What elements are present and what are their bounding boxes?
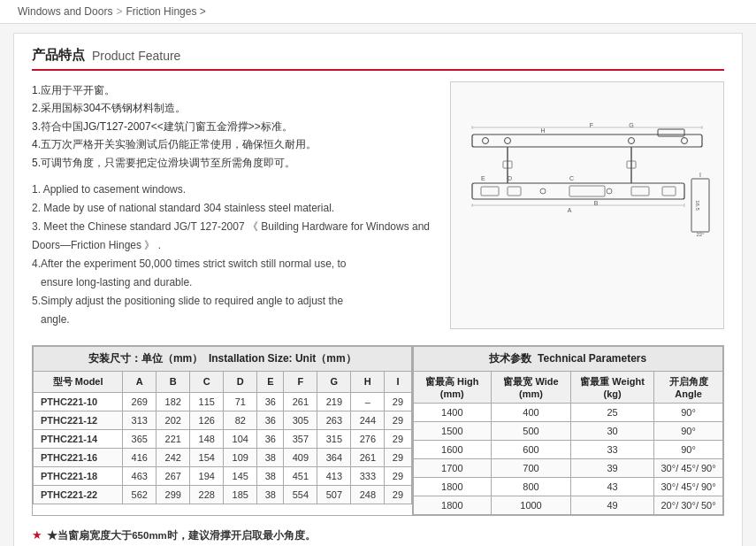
table-row: 14004002590° <box>413 403 722 421</box>
data-cell: 600 <box>492 440 571 458</box>
col-c: C <box>190 371 224 392</box>
data-cell: 90° <box>654 403 723 421</box>
data-cell: 315 <box>317 429 351 448</box>
data-cell: 221 <box>157 429 190 448</box>
star-icon: ★ <box>32 528 42 542</box>
data-cell: 115 <box>190 392 224 411</box>
data-cell: 25 <box>571 403 654 421</box>
table-row: PTHC221-143652211481043635731527629 <box>34 429 412 448</box>
installation-header: 安装尺寸：单位（mm） Installation Size: Unit（mm） <box>34 346 412 371</box>
data-cell: 365 <box>123 429 157 448</box>
col-h: H <box>351 371 385 392</box>
data-cell: 182 <box>157 392 190 411</box>
data-cell: 29 <box>385 485 411 504</box>
col-b: B <box>157 371 190 392</box>
section-title: 产品特点 Product Feature <box>32 47 724 71</box>
feature-en-4: 4.After the experiment 50,000 times stri… <box>32 255 432 292</box>
data-cell: 29 <box>385 429 411 448</box>
data-cell: 154 <box>190 448 224 466</box>
feature-en-5: 5.Simply adjust the positioning slide to… <box>32 292 432 329</box>
data-cell: 244 <box>351 411 385 429</box>
svg-text:A: A <box>568 207 572 213</box>
data-cell: 1800 <box>413 477 491 496</box>
col-high: 窗最高 High (mm) <box>413 371 491 403</box>
col-a: A <box>123 371 157 392</box>
data-cell: 39 <box>571 458 654 477</box>
technical-col-header: 窗最高 High (mm) 窗最宽 Wide (mm) 窗最重 Weight (… <box>413 371 722 403</box>
data-cell: 507 <box>317 485 351 504</box>
data-cell: 269 <box>123 392 157 411</box>
model-cell: PTHC221-12 <box>34 411 123 429</box>
col-e: E <box>257 371 284 392</box>
data-cell: 20°/ 30°/ 50° <box>654 496 723 514</box>
feature-diagram: F G H E D C <box>450 81 724 329</box>
data-cell: 463 <box>123 466 157 485</box>
data-cell: 261 <box>351 448 385 466</box>
feature-zh-3: 3.符合中国JG/T127-2007<<建筑门窗五金滑撑>>标准。 <box>32 118 432 135</box>
data-cell: 29 <box>385 411 411 429</box>
feature-zh-list: 1.应用于平开窗。 2.采用国标304不锈钢材料制造。 3.符合中国JG/T12… <box>32 81 432 172</box>
data-cell: 90° <box>654 421 723 440</box>
main-content: 产品特点 Product Feature 1.应用于平开窗。 2.采用国标304… <box>13 33 743 546</box>
breadcrumb-home[interactable]: Windows and Doors <box>18 5 112 18</box>
model-cell: PTHC221-16 <box>34 448 123 466</box>
model-cell: PTHC221-14 <box>34 429 123 448</box>
data-cell: 36 <box>257 392 284 411</box>
data-cell: 299 <box>157 485 190 504</box>
svg-point-3 <box>629 137 635 143</box>
data-cell: 800 <box>492 477 571 496</box>
data-cell: 1500 <box>413 421 491 440</box>
data-cell: 1000 <box>492 496 571 514</box>
installation-col-header: 型号 Model A B C D E F G H I <box>34 371 412 392</box>
model-cell: PTHC221-10 <box>34 392 123 411</box>
feature-zh-5: 5.可调节角度，只需要把定位滑块调节至所需角度即可。 <box>32 154 432 172</box>
svg-rect-14 <box>508 187 521 196</box>
table-row: PTHC221-12313202126823630526324429 <box>34 411 412 429</box>
table-row: 15005003090° <box>413 421 722 440</box>
data-cell: 185 <box>224 485 257 504</box>
svg-point-19 <box>607 188 612 194</box>
data-cell: 261 <box>284 392 317 411</box>
col-f: F <box>284 371 317 392</box>
data-cell: 104 <box>224 429 257 448</box>
data-cell: 1800 <box>413 496 491 514</box>
data-cell: 305 <box>284 411 317 429</box>
model-cell: PTHC221-22 <box>34 485 123 504</box>
installation-table: 安装尺寸：单位（mm） Installation Size: Unit（mm） … <box>33 346 413 515</box>
data-cell: – <box>351 392 385 411</box>
data-cell: 562 <box>123 485 157 504</box>
data-cell: 400 <box>492 403 571 421</box>
data-cell: 38 <box>257 485 284 504</box>
data-cell: 90° <box>654 440 723 458</box>
svg-text:C: C <box>569 175 574 181</box>
data-cell: 228 <box>190 485 224 504</box>
data-cell: 276 <box>351 429 385 448</box>
data-cell: 202 <box>157 411 190 429</box>
data-cell: 148 <box>190 429 224 448</box>
svg-rect-17 <box>662 187 676 196</box>
table-row: 17007003930°/ 45°/ 90° <box>413 458 722 477</box>
data-cell: 364 <box>317 448 351 466</box>
feature-text: 1.应用于平开窗。 2.采用国标304不锈钢材料制造。 3.符合中国JG/T12… <box>32 81 432 329</box>
col-g: G <box>317 371 351 392</box>
data-cell: 263 <box>317 411 351 429</box>
svg-text:I: I <box>699 172 701 178</box>
data-cell: 30°/ 45°/ 90° <box>654 458 723 477</box>
section-title-en: Product Feature <box>92 49 180 63</box>
svg-rect-13 <box>481 187 499 196</box>
data-cell: 416 <box>123 448 157 466</box>
svg-text:E: E <box>481 175 485 181</box>
data-cell: 333 <box>351 466 385 485</box>
col-weight: 窗最重 Weight (kg) <box>571 371 654 403</box>
data-cell: 413 <box>317 466 351 485</box>
data-cell: 145 <box>224 466 257 485</box>
svg-rect-15 <box>569 186 605 196</box>
data-cell: 126 <box>190 411 224 429</box>
breadcrumb: Windows and Doors > Friction Hinges > <box>0 0 756 24</box>
data-cell: 248 <box>351 485 385 504</box>
data-cell: 357 <box>284 429 317 448</box>
svg-point-2 <box>505 137 511 143</box>
data-cell: 554 <box>284 485 317 504</box>
svg-rect-5 <box>658 129 684 136</box>
footer-note: ★ ★当窗扇宽度大于650mm时，建议滑撑开启取最小角度。 When the s… <box>32 527 724 546</box>
